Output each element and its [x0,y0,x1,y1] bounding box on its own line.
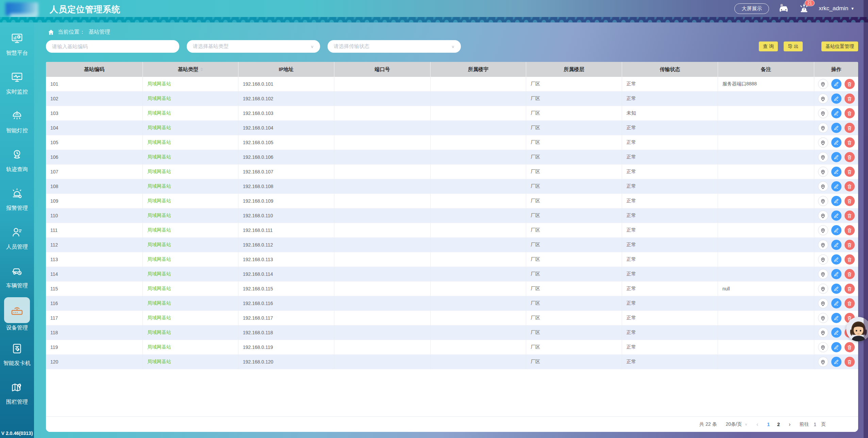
locate-button[interactable] [818,137,828,148]
locate-button[interactable] [818,298,828,308]
locate-button[interactable] [818,342,828,352]
locate-button[interactable] [818,196,828,206]
edit-button[interactable] [831,313,841,323]
cell-type[interactable]: 局域网基站 [143,179,238,194]
edit-button[interactable] [831,137,841,148]
delete-button[interactable] [845,240,855,250]
cell-type[interactable]: 局域网基站 [143,150,238,165]
vehicle-monitor-icon[interactable] [778,3,789,14]
transfer-status-select[interactable]: 请选择传输状态 ∨ [328,40,461,53]
edit-button[interactable] [831,284,841,294]
cell-type[interactable]: 局域网基站 [143,77,238,91]
delete-button[interactable] [845,210,855,221]
edit-button[interactable] [831,342,841,352]
sidebar-item-platform[interactable]: 智慧平台 [0,31,34,69]
locate-button[interactable] [818,327,828,338]
cell-type[interactable]: 局域网基站 [143,355,238,369]
edit-button[interactable] [831,210,841,221]
delete-button[interactable] [845,298,855,308]
sidebar-item-vehicle[interactable]: 车辆管理 [0,263,34,302]
export-button[interactable]: 导 出 [784,41,803,51]
locate-button[interactable] [818,225,828,235]
edit-button[interactable] [831,123,841,133]
edit-button[interactable] [831,327,841,338]
sidebar-item-monitor[interactable]: 实时监控 [0,69,34,108]
sort-icon[interactable] [200,66,203,72]
cell-type[interactable]: 局域网基站 [143,165,238,179]
page-number-2[interactable]: 2 [777,422,780,427]
edit-button[interactable] [831,181,841,191]
locate-button[interactable] [818,313,828,323]
delete-button[interactable] [845,108,855,118]
edit-button[interactable] [831,167,841,177]
next-page-button[interactable]: › [789,421,790,427]
locate-button[interactable] [818,254,828,265]
delete-button[interactable] [845,342,855,352]
delete-button[interactable] [845,269,855,279]
delete-button[interactable] [845,284,855,294]
column-header[interactable]: 基站类型 [143,62,238,77]
delete-button[interactable] [845,137,855,148]
scrollbar[interactable] [864,0,868,438]
locate-button[interactable] [818,181,828,191]
locate-button[interactable] [818,79,828,89]
sidebar-item-person[interactable]: 人员管理 [0,224,34,263]
cell-type[interactable]: 局域网基站 [143,340,238,355]
search-button[interactable]: 查 询 [759,41,778,51]
cell-type[interactable]: 局域网基站 [143,325,238,340]
edit-button[interactable] [831,298,841,308]
sidebar-item-alarm[interactable]: 报警管理 [0,186,34,224]
edit-button[interactable] [831,79,841,89]
edit-button[interactable] [831,357,841,367]
cell-type[interactable]: 局域网基站 [143,135,238,150]
prev-page-button[interactable]: ‹ [756,421,758,427]
cell-type[interactable]: 局域网基站 [143,106,238,121]
cell-type[interactable]: 局域网基站 [143,121,238,135]
edit-button[interactable] [831,196,841,206]
cell-type[interactable]: 局域网基站 [143,238,238,252]
station-location-button[interactable]: 基站位置管理 [821,41,858,51]
delete-button[interactable] [845,123,855,133]
delete-button[interactable] [845,167,855,177]
delete-button[interactable] [845,94,855,104]
edit-button[interactable] [831,269,841,279]
sidebar-item-track[interactable]: 轨迹查询 [0,147,34,186]
locate-button[interactable] [818,269,828,279]
alarm-notification-icon[interactable]: 21 [798,3,810,14]
cell-type[interactable]: 局域网基站 [143,194,238,208]
cell-type[interactable]: 局域网基站 [143,208,238,223]
cell-type[interactable]: 局域网基站 [143,311,238,325]
sidebar-item-lamp[interactable]: 智能灯控 [0,108,34,147]
cell-type[interactable]: 局域网基站 [143,91,238,106]
cell-type[interactable]: 局域网基站 [143,267,238,282]
cell-type[interactable]: 局域网基站 [143,252,238,267]
user-menu[interactable]: xrkc_admin ▼ [819,5,854,12]
locate-button[interactable] [818,167,828,177]
station-code-input[interactable] [46,40,179,53]
big-screen-button[interactable]: 大屏展示 [734,3,769,14]
sidebar-item-card[interactable]: 智能发卡机 [0,341,34,380]
delete-button[interactable] [845,152,855,162]
cell-type[interactable]: 局域网基站 [143,296,238,311]
delete-button[interactable] [845,181,855,191]
delete-button[interactable] [845,254,855,265]
edit-button[interactable] [831,94,841,104]
edit-button[interactable] [831,152,841,162]
locate-button[interactable] [818,108,828,118]
delete-button[interactable] [845,225,855,235]
delete-button[interactable] [845,196,855,206]
cell-type[interactable]: 局域网基站 [143,223,238,238]
delete-button[interactable] [845,79,855,89]
edit-button[interactable] [831,240,841,250]
goto-page-input[interactable]: 1 [814,422,816,427]
locate-button[interactable] [818,357,828,367]
sidebar-item-device[interactable]: 设备管理 [0,302,34,341]
delete-button[interactable] [845,357,855,367]
edit-button[interactable] [831,254,841,265]
edit-button[interactable] [831,108,841,118]
locate-button[interactable] [818,152,828,162]
locate-button[interactable] [818,210,828,221]
locate-button[interactable] [818,240,828,250]
page-size-select[interactable]: 20条/页 ∨ [726,421,748,427]
locate-button[interactable] [818,94,828,104]
